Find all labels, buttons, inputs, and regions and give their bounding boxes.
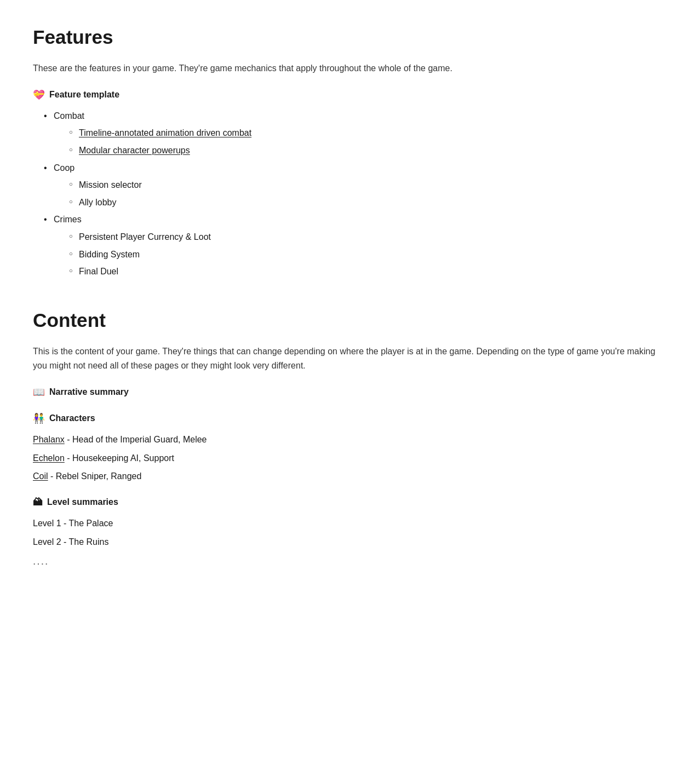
content-heading: Content	[33, 305, 667, 336]
level-summaries-emoji: 🏔	[33, 494, 43, 510]
content-section: Content This is the content of your game…	[33, 305, 667, 570]
characters-emoji: 👫	[33, 411, 45, 426]
features-heading: Features	[33, 22, 667, 53]
persistent-currency-label: Persistent Player Currency & Loot	[79, 232, 211, 241]
crimes-label: Crimes	[54, 215, 82, 224]
list-item: Persistent Player Currency & Loot	[69, 230, 667, 244]
combat-sub-list: Timeline-annotated animation driven comb…	[54, 126, 667, 157]
features-section: Features These are the features in your …	[33, 22, 667, 279]
character-echelon: Echelon - Housekeeping AI, Support	[33, 451, 667, 465]
coop-sub-list: Mission selector Ally lobby	[54, 178, 667, 209]
level-2: Level 2 - The Ruins	[33, 535, 667, 549]
feature-template-emoji: 💝	[33, 87, 45, 102]
list-item: Combat Timeline-annotated animation driv…	[44, 109, 667, 158]
features-description: These are the features in your game. The…	[33, 61, 667, 76]
echelon-description: - Housekeeping AI, Support	[65, 453, 174, 463]
level-1: Level 1 - The Palace	[33, 516, 667, 531]
level-summaries-heading: 🏔 Level summaries	[33, 494, 667, 510]
list-item: Ally lobby	[69, 195, 667, 210]
list-item: Modular character powerups	[69, 143, 667, 158]
final-duel-label: Final Duel	[79, 267, 118, 276]
characters-group: 👫 Characters Phalanx - Head of the Imper…	[33, 411, 667, 484]
character-phalanx: Phalanx - Head of the Imperial Guard, Me…	[33, 433, 667, 447]
level-summaries-label: Level summaries	[47, 495, 118, 509]
list-item: Coop Mission selector Ally lobby	[44, 161, 667, 210]
phalanx-description: - Head of the Imperial Guard, Melee	[65, 435, 207, 444]
phalanx-link[interactable]: Phalanx	[33, 435, 65, 444]
narrative-summary-heading: 📖 Narrative summary	[33, 384, 667, 400]
level-summaries-group: 🏔 Level summaries Level 1 - The Palace L…	[33, 494, 667, 570]
characters-heading: 👫 Characters	[33, 411, 667, 426]
feature-template-heading: 💝 Feature template	[33, 87, 667, 102]
characters-list: Phalanx - Head of the Imperial Guard, Me…	[33, 433, 667, 484]
coop-label: Coop	[54, 163, 74, 172]
list-item: Crimes Persistent Player Currency & Loot…	[44, 212, 667, 278]
crimes-sub-list: Persistent Player Currency & Loot Biddin…	[54, 230, 667, 279]
coil-link[interactable]: Coil	[33, 471, 48, 481]
characters-label: Characters	[49, 411, 95, 425]
mission-selector-label: Mission selector	[79, 180, 142, 189]
list-item: Mission selector	[69, 178, 667, 192]
feature-template-label: Feature template	[49, 88, 119, 102]
echelon-link[interactable]: Echelon	[33, 453, 65, 463]
bidding-system-label: Bidding System	[79, 250, 140, 259]
modular-powerups-link[interactable]: Modular character powerups	[79, 146, 190, 155]
narrative-summary-emoji: 📖	[33, 384, 45, 400]
list-item: Final Duel	[69, 264, 667, 279]
character-coil: Coil - Rebel Sniper, Ranged	[33, 469, 667, 484]
narrative-summary-label: Narrative summary	[49, 385, 129, 399]
content-description: This is the content of your game. They'r…	[33, 344, 667, 373]
ellipsis-indicator: ....	[33, 553, 667, 570]
list-item: Timeline-annotated animation driven comb…	[69, 126, 667, 140]
timeline-animation-link[interactable]: Timeline-annotated animation driven comb…	[79, 128, 251, 137]
coil-description: - Rebel Sniper, Ranged	[48, 471, 142, 481]
features-list: Combat Timeline-annotated animation driv…	[33, 109, 667, 279]
ally-lobby-label: Ally lobby	[79, 198, 116, 207]
combat-label: Combat	[54, 111, 84, 120]
list-item: Bidding System	[69, 248, 667, 262]
narrative-summary-group: 📖 Narrative summary	[33, 384, 667, 400]
